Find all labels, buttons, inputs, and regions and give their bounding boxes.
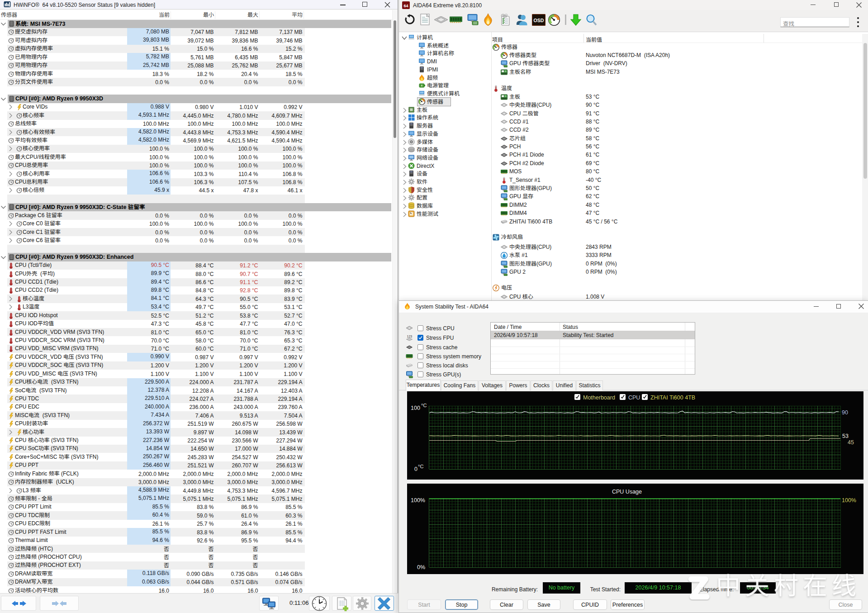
svg-text:CPU Usage: CPU Usage bbox=[612, 489, 642, 495]
svg-text:64: 64 bbox=[403, 3, 408, 8]
svg-text:CPU: CPU bbox=[628, 394, 640, 401]
svg-text:OSD: OSD bbox=[534, 18, 544, 23]
svg-text:0%: 0% bbox=[417, 564, 425, 570]
svg-text:123: 123 bbox=[407, 335, 413, 338]
svg-text:°C: °C bbox=[418, 464, 423, 469]
svg-text:100: 100 bbox=[411, 405, 420, 411]
svg-text:ZHITAI Ti600 4TB: ZHITAI Ti600 4TB bbox=[650, 394, 695, 401]
svg-text:0: 0 bbox=[414, 466, 417, 472]
svg-text:53: 53 bbox=[842, 433, 849, 439]
svg-text:45: 45 bbox=[848, 439, 854, 446]
svg-text:100%: 100% bbox=[411, 497, 425, 504]
svg-text:Motherboard: Motherboard bbox=[583, 394, 615, 401]
svg-text:°C: °C bbox=[421, 403, 427, 408]
svg-text:90: 90 bbox=[842, 409, 848, 416]
svg-text:100%: 100% bbox=[842, 497, 856, 504]
